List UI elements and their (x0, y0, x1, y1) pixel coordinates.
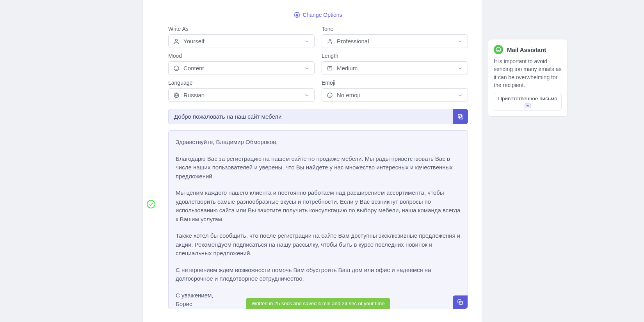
emoji-field: Emoji No emoji (322, 80, 468, 102)
emoji-value: No emoji (337, 92, 360, 98)
chevron-down-icon (457, 66, 463, 71)
write-as-field: Write As Yourself (168, 26, 315, 48)
assistant-chip-badge: E (525, 103, 531, 108)
copy-icon (457, 299, 464, 306)
mood-label: Mood (168, 53, 315, 59)
assistant-header: Mail Assistant (494, 45, 562, 54)
write-as-label: Write As (168, 26, 315, 32)
svg-point-19 (496, 47, 501, 52)
svg-point-21 (499, 49, 499, 49)
email-paragraph-4: С нетерпением ждем возможности помочь Ва… (176, 266, 461, 283)
gear-icon (294, 12, 300, 18)
smile-icon (173, 65, 180, 71)
chevron-down-icon (304, 93, 310, 98)
language-label: Language (168, 80, 315, 86)
mood-select[interactable]: Content (168, 61, 315, 75)
assistant-tip: It is important to avoid sending too man… (494, 57, 562, 89)
globe-icon (173, 92, 180, 98)
mail-assistant-card: Mail Assistant It is important to avoid … (488, 39, 568, 117)
content-area: Change Options Write As Yourself Tone (143, 0, 482, 309)
tone-field: Tone Professional (322, 26, 468, 48)
check-icon (148, 201, 154, 207)
emoji-select[interactable]: No emoji (322, 88, 468, 102)
email-paragraph-1: Благодарю Вас за регистрацию на нашем са… (176, 155, 461, 181)
step-complete-indicator (147, 200, 155, 208)
mood-value: Content (183, 65, 204, 71)
chevron-down-icon (304, 39, 310, 44)
neutral-face-icon (327, 92, 333, 98)
person-icon (173, 38, 180, 44)
language-value: Russian (183, 92, 205, 98)
svg-point-1 (175, 39, 177, 41)
generation-stats: Written in 25 secs and saved 4 min and 2… (246, 298, 390, 309)
mood-field: Mood Content (168, 53, 315, 75)
tone-value: Professional (337, 38, 369, 44)
email-greeting: Здравствуйте, Владимир Обмороков, (176, 138, 461, 147)
length-label: Length (322, 53, 468, 59)
svg-point-3 (174, 66, 179, 71)
assistant-title: Mail Assistant (507, 46, 546, 53)
main-panel: Change Options Write As Yourself Tone (142, 0, 482, 322)
copy-subject-button[interactable] (453, 109, 468, 124)
assistant-icon (494, 45, 503, 54)
chevron-down-icon (457, 93, 463, 98)
email-body[interactable]: Здравствуйте, Владимир Обмороков, Благод… (168, 130, 468, 309)
svg-point-20 (497, 49, 498, 49)
change-options-label: Change Options (302, 12, 342, 18)
assistant-chip-label: Приветственное письмо (498, 96, 557, 101)
svg-rect-6 (328, 66, 332, 70)
language-field: Language Russian (168, 80, 315, 102)
svg-point-2 (329, 39, 331, 41)
tone-select[interactable]: Professional (322, 34, 468, 48)
copy-icon (457, 113, 464, 120)
svg-point-0 (296, 14, 298, 16)
write-as-select[interactable]: Yourself (168, 34, 315, 48)
assistant-chip[interactable]: Приветственное письмо E (494, 93, 562, 111)
length-field: Length Medium (322, 53, 468, 75)
length-select[interactable]: Medium (322, 61, 468, 75)
chevron-down-icon (304, 66, 310, 71)
lines-icon (327, 65, 333, 71)
chevron-down-icon (457, 39, 463, 44)
subject-bar: Добро пожаловать на наш сайт мебели (168, 109, 468, 124)
copy-body-button[interactable] (453, 295, 468, 309)
tone-label: Tone (322, 26, 468, 32)
length-value: Medium (337, 65, 358, 71)
emoji-label: Emoji (322, 80, 468, 86)
email-paragraph-2: Мы ценим каждого нашего клиента и постоя… (176, 189, 461, 224)
email-subject[interactable]: Добро пожаловать на наш сайт мебели (168, 109, 453, 124)
language-select[interactable]: Russian (168, 88, 315, 102)
svg-point-11 (327, 93, 332, 98)
write-as-value: Yourself (183, 38, 205, 44)
briefcase-icon (327, 38, 333, 44)
options-grid: Write As Yourself Tone Pr (168, 26, 468, 102)
change-options-divider: Change Options (168, 0, 468, 26)
change-options-link[interactable]: Change Options (290, 12, 346, 18)
email-paragraph-3: Также хотел бы сообщить, что после регис… (176, 231, 461, 258)
